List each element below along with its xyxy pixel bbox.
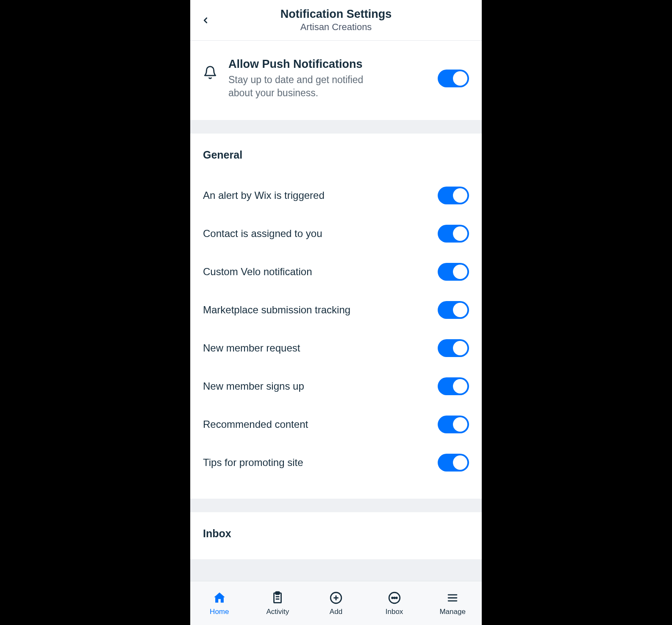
toggle-recommended[interactable] <box>438 416 469 433</box>
push-text: Allow Push Notifications Stay up to date… <box>228 58 427 100</box>
setting-label: Custom Velo notification <box>203 266 312 278</box>
bottom-nav: Home Activity Add Inbox Manage <box>190 581 482 625</box>
toggle-contact-assigned[interactable] <box>438 225 469 243</box>
setting-row-alert-wix: An alert by Wix is triggered <box>203 176 469 215</box>
nav-activity[interactable]: Activity <box>249 591 307 616</box>
content-scroll[interactable]: Allow Push Notifications Stay up to date… <box>190 41 482 581</box>
setting-label: Tips for promoting site <box>203 457 303 469</box>
chat-icon <box>387 591 402 605</box>
setting-label: Recommended content <box>203 419 308 430</box>
section-gap <box>190 499 482 512</box>
svg-point-9 <box>394 597 395 598</box>
push-description: Stay up to date and get notified about y… <box>228 73 381 100</box>
toggle-velo[interactable] <box>438 263 469 281</box>
setting-label: New member request <box>203 342 300 354</box>
page-subtitle: Artisan Creations <box>190 22 482 33</box>
nav-home[interactable]: Home <box>190 591 249 616</box>
section-title-general: General <box>203 149 469 161</box>
svg-point-10 <box>396 597 397 598</box>
svg-point-8 <box>392 597 393 598</box>
clipboard-icon <box>270 591 285 605</box>
nav-manage[interactable]: Manage <box>423 591 482 616</box>
nav-label: Manage <box>439 608 465 616</box>
svg-rect-1 <box>276 592 280 594</box>
plus-circle-icon <box>329 591 343 605</box>
toggle-alert-wix[interactable] <box>438 187 469 204</box>
header-titles: Notification Settings Artisan Creations <box>190 8 482 33</box>
setting-row-recommended: Recommended content <box>203 405 469 444</box>
toggle-member-request[interactable] <box>438 339 469 357</box>
back-button[interactable] <box>196 11 215 30</box>
push-notifications-card: Allow Push Notifications Stay up to date… <box>190 41 482 120</box>
push-toggle[interactable] <box>438 70 469 87</box>
setting-row-member-signup: New member signs up <box>203 367 469 405</box>
nav-label: Inbox <box>386 608 403 616</box>
nav-inbox[interactable]: Inbox <box>365 591 424 616</box>
bell-icon <box>203 65 217 80</box>
section-inbox: Inbox <box>190 512 482 559</box>
setting-row-velo: Custom Velo notification <box>203 253 469 291</box>
header-bar: Notification Settings Artisan Creations <box>190 0 482 41</box>
app-screen: Notification Settings Artisan Creations … <box>190 0 482 625</box>
nav-add[interactable]: Add <box>307 591 365 616</box>
setting-label: Contact is assigned to you <box>203 228 322 240</box>
toggle-member-signup[interactable] <box>438 377 469 395</box>
section-gap <box>190 120 482 134</box>
setting-row-tips: Tips for promoting site <box>203 444 469 482</box>
nav-label: Add <box>330 608 342 616</box>
toggle-marketplace[interactable] <box>438 301 469 319</box>
setting-row-contact-assigned: Contact is assigned to you <box>203 215 469 253</box>
setting-row-member-request: New member request <box>203 329 469 367</box>
chevron-left-icon <box>201 14 210 27</box>
push-title: Allow Push Notifications <box>228 58 427 71</box>
nav-label: Home <box>210 608 229 616</box>
setting-label: New member signs up <box>203 380 304 392</box>
menu-icon <box>445 591 460 605</box>
section-general: General An alert by Wix is triggered Con… <box>190 134 482 499</box>
nav-label: Activity <box>266 608 289 616</box>
setting-label: Marketplace submission tracking <box>203 304 350 316</box>
section-title-inbox: Inbox <box>203 527 469 540</box>
toggle-tips[interactable] <box>438 454 469 472</box>
page-title: Notification Settings <box>190 8 482 21</box>
home-icon <box>212 591 227 605</box>
setting-label: An alert by Wix is triggered <box>203 190 325 201</box>
setting-row-marketplace: Marketplace submission tracking <box>203 291 469 329</box>
